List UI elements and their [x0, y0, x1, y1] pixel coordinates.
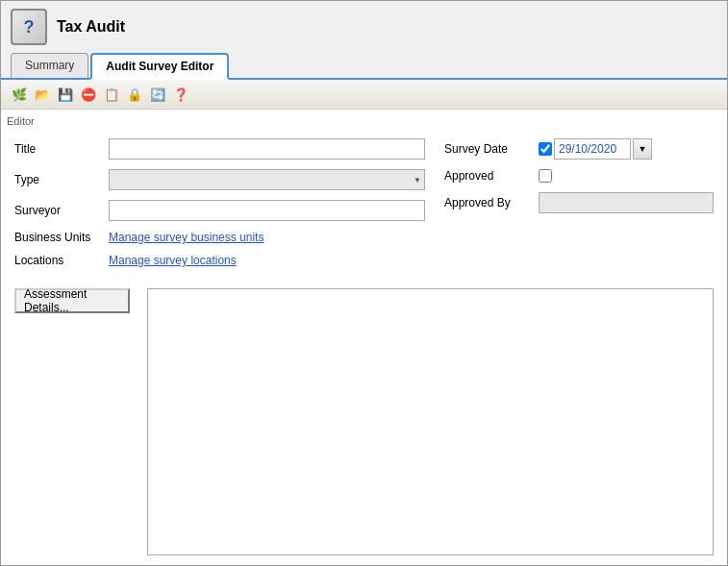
copy-button[interactable]: 📋: [101, 84, 122, 105]
survey-date-row: Survey Date ▼: [444, 138, 714, 160]
assessment-details-button[interactable]: Assessment Details...: [14, 288, 130, 313]
business-units-row: Business Units Manage survey business un…: [14, 231, 425, 244]
notes-area[interactable]: [147, 288, 714, 555]
date-picker-button[interactable]: ▼: [633, 138, 652, 160]
app-icon: ?: [11, 9, 47, 45]
form-left: Title Type Surveyor: [14, 138, 425, 277]
bottom-area: Assessment Details...: [7, 284, 721, 559]
surveyor-row: Surveyor: [14, 200, 425, 221]
approved-label: Approved: [444, 169, 531, 183]
form-right: Survey Date ▼ Approved Approved By: [444, 138, 714, 277]
open-button[interactable]: 📂: [32, 84, 53, 105]
window-title: Tax Audit: [57, 18, 125, 36]
approved-by-label: Approved By: [444, 196, 531, 209]
manage-locations-link[interactable]: Manage survey locations: [109, 254, 237, 267]
type-row: Type: [14, 169, 425, 190]
approved-by-row: Approved By: [444, 192, 714, 213]
manage-business-units-link[interactable]: Manage survey business units: [109, 231, 264, 244]
survey-date-checkbox[interactable]: [539, 142, 552, 156]
form-area: Title Type Surveyor: [7, 135, 721, 281]
tab-summary[interactable]: Summary: [11, 53, 88, 78]
locations-label: Locations: [14, 254, 101, 267]
survey-date-label: Survey Date: [444, 142, 531, 156]
title-input[interactable]: [109, 138, 425, 160]
tab-audit-survey-editor[interactable]: Audit Survey Editor: [90, 53, 229, 80]
toolbar: 🌿 📂 💾 ⛔ 📋 🔒 🔄 ❓: [1, 80, 727, 110]
tab-bar: Summary Audit Survey Editor: [1, 53, 727, 80]
left-panel: Assessment Details...: [14, 288, 139, 555]
approved-row: Approved: [444, 169, 714, 183]
lock-button[interactable]: 🔒: [124, 84, 145, 105]
type-label: Type: [14, 173, 101, 186]
title-bar: ? Tax Audit: [1, 1, 727, 53]
help-button[interactable]: ❓: [170, 84, 191, 105]
business-units-label: Business Units: [14, 231, 101, 244]
main-window: ? Tax Audit Summary Audit Survey Editor …: [0, 0, 728, 566]
save-button[interactable]: 💾: [55, 84, 76, 105]
date-wrapper: ▼: [539, 138, 652, 160]
locations-row: Locations Manage survey locations: [14, 254, 425, 267]
title-row: Title: [14, 138, 425, 160]
surveyor-label: Surveyor: [14, 204, 101, 217]
surveyor-input[interactable]: [109, 200, 425, 221]
title-label: Title: [14, 142, 101, 156]
editor-section-label: Editor: [7, 115, 721, 127]
type-select[interactable]: [109, 169, 425, 190]
cancel-button[interactable]: ⛔: [78, 84, 99, 105]
main-content: Editor Title Type: [1, 110, 727, 565]
approved-by-input[interactable]: [539, 192, 714, 213]
approved-checkbox[interactable]: [539, 169, 552, 183]
new-button[interactable]: 🌿: [9, 84, 30, 105]
app-icon-symbol: ?: [24, 17, 35, 37]
survey-date-input[interactable]: [554, 138, 631, 160]
refresh-button[interactable]: 🔄: [147, 84, 168, 105]
type-select-wrapper: [109, 169, 425, 190]
